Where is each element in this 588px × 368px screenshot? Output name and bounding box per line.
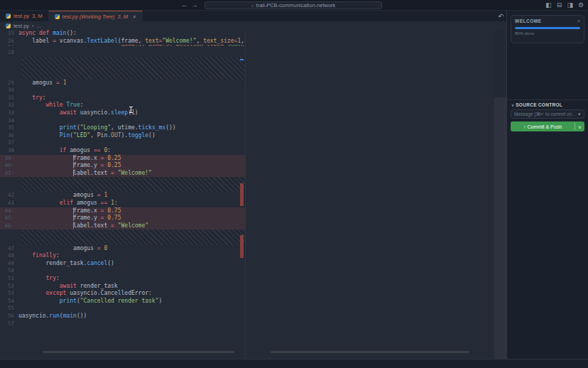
diff-original-pane[interactable]: 15async def main():26 label = vcanvas.Te… [0,30,246,359]
toggle-secondary-sidebar-icon[interactable]: ◨ [567,1,573,9]
line-number: 45- [0,215,18,222]
secondary-sidebar: WELCOME × 80% done ∨ SOURCE CONTROL ✦ ↑ … [506,11,588,359]
code-line: 33 await uasyncio.sleep(1) [0,109,245,117]
line-number: 43 [0,200,18,207]
code-line: 43 elif amogus == 1: [0,200,245,207]
line-number: 41- [0,170,18,178]
diff-filler [21,229,245,244]
code-line: 26 label = vcanvas.TextLabel(frame, text… [0,38,245,45]
line-number: 40- [0,162,18,170]
tab-bar: test.py 3, M test.py (Working Tree) 3, M… [0,11,506,21]
code-line: 36 Pin("LED", Pin.OUT).toggle() [0,132,245,140]
line-number: 50 [0,267,18,275]
discard-icon[interactable]: ↶ [498,12,503,21]
code-line: 38 if amogus == 0: [0,147,245,155]
line-number: 52 [0,283,18,291]
line-number: 53 [0,290,18,298]
horizontal-scrollbar[interactable] [271,351,469,353]
chevron-down-icon[interactable]: ∨ [575,124,584,129]
tab-test-py-working-tree[interactable]: test.py (Working Tree) 3, M × [49,11,143,21]
settings-gear-icon[interactable]: ⚙ [578,1,584,9]
commit-and-push-button[interactable]: ↑ Commit & Push ∨ [511,121,584,131]
line-number: 15 [0,30,18,38]
code-line: 57 [0,320,245,328]
code-line: 30 [0,87,245,94]
code-line: 39- frame.x = 0.25 [0,155,245,163]
line-number: 44- [0,207,18,215]
breadcrumb-file: test.py [13,23,29,29]
progress-bar [515,27,580,29]
code-line: 35 print("Looping", utime.ticks_ms()) [0,124,245,132]
line-number: 26 [0,38,18,45]
code-line: 34 [0,117,245,125]
code-line: 37 [0,139,245,147]
diff-filler [21,177,245,192]
code-line: 45- frame.y = 0.75 [0,215,245,222]
breadcrumb-separator: › [32,23,34,29]
line-number: 42 [0,192,18,200]
forward-arrow-icon[interactable]: → [192,1,202,9]
line-number: 29 [0,80,18,87]
line-number: 35 [0,124,18,132]
diff-filler [21,57,245,80]
line-number: 34 [0,117,18,125]
search-icon: ⌕ [251,3,254,8]
tab-label: test.py (Working Tree) [62,13,115,20]
line-number: 47 [0,245,18,253]
commit-message-input[interactable] [511,109,584,119]
line-number: 39- [0,155,18,163]
python-icon [6,23,11,28]
code-line: 28 [0,49,245,57]
sparkle-icon[interactable]: ✦ [577,112,581,117]
code-line: 41- label.text = "Welcome!" [0,170,245,178]
code-line: 42 amogus = 1 [0,192,245,200]
progress-label: 80% done [515,31,580,36]
line-number: 28 [0,49,18,57]
overview-ruler-left[interactable] [240,30,244,359]
search-text: trail-PCB-communication-network [256,2,336,9]
code-line: 52 await render_task [0,283,245,291]
code-line: 15async def main(): [0,30,245,38]
line-number: 37 [0,139,18,147]
python-icon [55,14,60,19]
code-line: 51 try: [0,275,245,283]
code-line: 31 try: [0,94,245,102]
code-line: 29 amogus = 1 [0,80,245,87]
code-line: 40- frame.y = 0.25 [0,162,245,170]
toggle-primary-sidebar-icon[interactable]: ◧ [545,1,552,9]
line-number: 57 [0,320,18,328]
line-number: 55 [0,305,18,313]
line-number: 33 [0,109,18,117]
code-line: 50 [0,267,245,275]
line-number: 32 [0,102,18,109]
source-control-header[interactable]: ∨ SOURCE CONTROL [511,102,562,107]
code-line: 44- frame.x = 0.75 [0,207,245,215]
status-bar [0,359,588,368]
back-arrow-icon[interactable]: ← [181,1,192,9]
line-number: 56 [0,313,18,320]
command-center-search[interactable]: ⌕trail-PCB-communication-network [205,1,382,9]
code-line: 47 amogus = 0 [0,245,245,253]
code-line: 49 render_task.cancel() [0,260,245,268]
code-line: 55 [0,305,245,313]
tab-badge: 3, M [32,13,43,19]
code-line: 48 finally: [0,252,245,260]
arrow-up-icon: ↑ [523,124,526,129]
breadcrumb[interactable]: test.py › ... [0,21,506,30]
line-number: 30 [0,87,18,94]
horizontal-scrollbar[interactable] [43,351,234,353]
diff-modified-pane[interactable] [246,30,506,359]
line-number: 38 [0,147,18,155]
line-number: 48 [0,252,18,260]
title-bar: ←→ ⌕trail-PCB-communication-network ◧⊟◨⚙ [0,0,588,11]
welcome-panel: WELCOME × 80% done [511,15,584,43]
welcome-title: WELCOME [515,18,541,23]
code-line: 46- label.text = "Welcome" [0,222,245,230]
mouse-ibeam-cursor [131,107,131,113]
close-icon[interactable]: × [577,18,580,23]
code-line: 32 while True: [0,102,245,109]
toggle-panel-icon[interactable]: ⊟ [557,1,562,9]
tab-test-py[interactable]: test.py 3, M [0,11,49,21]
code-line: 56uasyncio.run(main()) [0,313,245,320]
close-icon[interactable]: × [133,13,136,20]
